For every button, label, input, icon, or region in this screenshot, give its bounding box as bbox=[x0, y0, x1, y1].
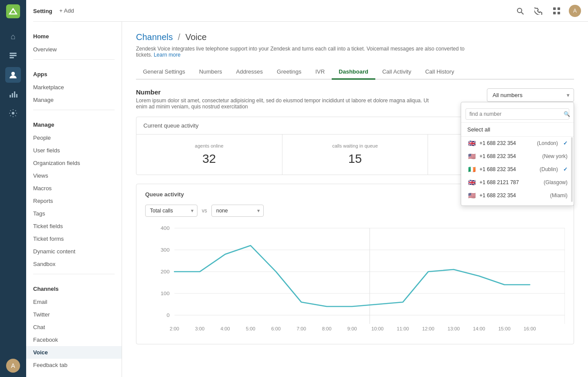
phone-icon[interactable] bbox=[532, 5, 544, 17]
svg-text:300: 300 bbox=[160, 247, 170, 252]
sidebar-item-reports[interactable]: Reports bbox=[26, 195, 122, 207]
all-numbers-trigger[interactable]: All numbers bbox=[487, 88, 574, 102]
sidebar-item-sandbox[interactable]: Sandbox bbox=[26, 258, 122, 270]
sidebar-item-dynamic-content[interactable]: Dynamic content bbox=[26, 245, 122, 258]
stat-agents-online: agents online 32 bbox=[136, 135, 282, 175]
dropdown-trigger-label: All numbers bbox=[493, 92, 523, 98]
sidebar-item-ticket-fields[interactable]: Ticket fields bbox=[26, 220, 122, 232]
tab-call-history[interactable]: Call History bbox=[418, 65, 461, 80]
tab-general-settings[interactable]: General Settings bbox=[136, 65, 192, 80]
queue-controls: Total calls vs none bbox=[145, 205, 565, 217]
dropdown-item-miami[interactable]: 🇺🇸 +1 688 232 354 (Miami) bbox=[461, 189, 574, 202]
nav-bar: ⌂ A bbox=[0, 0, 26, 377]
svg-text:4:00: 4:00 bbox=[221, 327, 230, 331]
loc-dublin: (Dublin) bbox=[540, 166, 558, 172]
sidebar-item-email[interactable]: Email bbox=[26, 296, 122, 308]
number-section-header: Number Lorem ipsum dolor sit amet, conse… bbox=[136, 88, 574, 110]
sidebar-item-ticket-forms[interactable]: Ticket forms bbox=[26, 232, 122, 245]
svg-rect-5 bbox=[10, 95, 11, 98]
sidebar-item-user-fields[interactable]: User fields bbox=[26, 144, 122, 157]
dropdown-item-newyork[interactable]: 🇺🇸 +1 688 232 354 (New york) bbox=[461, 150, 574, 163]
svg-rect-13 bbox=[557, 7, 560, 10]
reports-nav-icon[interactable] bbox=[5, 86, 21, 102]
sidebar-item-marketplace[interactable]: Marketplace bbox=[26, 81, 122, 94]
chart-container: 400 300 200 100 0 2:00 3:00 4:00 5:00 6:… bbox=[145, 224, 565, 337]
tab-greetings[interactable]: Greetings bbox=[270, 65, 308, 80]
home-nav-icon[interactable]: ⌂ bbox=[5, 29, 21, 44]
settings-nav-icon[interactable] bbox=[5, 105, 21, 121]
total-calls-select[interactable]: Total calls bbox=[145, 205, 197, 217]
select2-label: none bbox=[216, 208, 228, 214]
learn-more-link[interactable]: Learn more bbox=[154, 52, 180, 58]
check-london: ✓ bbox=[563, 140, 568, 146]
stat-agents-label: agents online bbox=[147, 143, 272, 148]
svg-rect-2 bbox=[10, 55, 17, 56]
people-nav-icon[interactable] bbox=[5, 67, 21, 83]
tab-ivr[interactable]: IVR bbox=[308, 65, 332, 80]
sidebar-item-manage[interactable]: Manage bbox=[26, 94, 122, 106]
select1-label: Total calls bbox=[150, 208, 173, 214]
tab-numbers[interactable]: Numbers bbox=[192, 65, 229, 80]
nav-avatar[interactable]: A bbox=[6, 359, 20, 373]
sidebar-item-tags[interactable]: Tags bbox=[26, 207, 122, 220]
loc-london: (London) bbox=[537, 140, 558, 146]
sidebar-item-feedback-tab[interactable]: Feedback tab bbox=[26, 359, 122, 371]
tickets-nav-icon[interactable] bbox=[5, 48, 21, 64]
loc-miami: (Miami) bbox=[550, 192, 568, 199]
tabs-bar: General Settings Numbers Addresses Greet… bbox=[136, 65, 574, 80]
svg-line-11 bbox=[521, 12, 523, 14]
svg-point-9 bbox=[12, 112, 14, 114]
dropdown-item-london[interactable]: 🇬🇧 +1 688 232 354 (London) ✓ bbox=[461, 137, 574, 150]
sidebar-item-macros[interactable]: Macros bbox=[26, 182, 122, 195]
tab-call-activity[interactable]: Call Activity bbox=[375, 65, 418, 80]
dropdown-search-container: 🔍 bbox=[461, 106, 574, 123]
comparison-select[interactable]: none bbox=[211, 205, 264, 217]
sidebar-item-facebook[interactable]: Facebook bbox=[26, 333, 122, 346]
page-description: Zendesk Voice integrates live telephone … bbox=[136, 46, 476, 58]
sidebar-item-views[interactable]: Views bbox=[26, 169, 122, 182]
home-section-label: Home bbox=[26, 25, 122, 43]
svg-text:6:00: 6:00 bbox=[271, 327, 281, 331]
channels-section-label: Channels bbox=[26, 278, 122, 296]
svg-point-10 bbox=[517, 8, 522, 13]
svg-text:2:00: 2:00 bbox=[170, 327, 179, 331]
phone-london: +1 688 232 354 bbox=[479, 140, 534, 146]
loc-glasgow: (Glasgow) bbox=[544, 179, 568, 185]
flag-us-1: 🇺🇸 bbox=[467, 153, 476, 159]
search-icon[interactable] bbox=[514, 5, 526, 17]
sidebar-item-overview[interactable]: Overview bbox=[26, 43, 122, 56]
svg-text:200: 200 bbox=[160, 269, 170, 274]
phone-miami: +1 688 232 354 bbox=[479, 192, 547, 199]
svg-text:100: 100 bbox=[160, 291, 170, 296]
breadcrumb: Channels / Voice bbox=[136, 32, 574, 42]
apps-section-label: Apps bbox=[26, 63, 122, 81]
tab-addresses[interactable]: Addresses bbox=[229, 65, 270, 80]
grid-icon[interactable] bbox=[551, 5, 563, 17]
number-section-desc: Lorem ipsum dolor sit amet, consectetur … bbox=[136, 98, 432, 110]
svg-text:3:00: 3:00 bbox=[195, 327, 205, 331]
svg-text:10:00: 10:00 bbox=[371, 327, 384, 331]
svg-text:7:00: 7:00 bbox=[296, 327, 306, 331]
sidebar-item-twitter[interactable]: Twitter bbox=[26, 308, 122, 321]
search-input[interactable] bbox=[466, 108, 569, 120]
svg-text:8:00: 8:00 bbox=[322, 327, 332, 331]
phone-newyork: +1 688 232 354 bbox=[479, 153, 539, 159]
dropdown-item-glasgow[interactable]: 🇬🇧 +1 688 2121 787 (Glasgow) bbox=[461, 176, 574, 189]
user-avatar[interactable]: A bbox=[569, 5, 581, 17]
tab-dashboard[interactable]: Dashboard bbox=[332, 65, 375, 80]
sidebar: Settings Home Overview Apps Marketplace … bbox=[26, 0, 122, 377]
svg-rect-12 bbox=[553, 7, 556, 10]
sidebar-item-chat[interactable]: Chat bbox=[26, 321, 122, 333]
sidebar-item-people[interactable]: People bbox=[26, 131, 122, 144]
add-button[interactable]: + Add bbox=[59, 7, 74, 14]
dropdown-scrollbar bbox=[571, 137, 573, 202]
sidebar-item-org-fields[interactable]: Organization fields bbox=[26, 157, 122, 169]
stat-calls-waiting: calls waiting in queue 15 bbox=[282, 135, 428, 175]
svg-text:5:00: 5:00 bbox=[246, 327, 255, 331]
phone-glasgow: +1 688 2121 787 bbox=[479, 179, 540, 185]
select-all-option[interactable]: Select all bbox=[461, 123, 574, 137]
breadcrumb-channels[interactable]: Channels bbox=[136, 32, 173, 42]
flag-uk-2: 🇬🇧 bbox=[467, 179, 476, 185]
dropdown-item-dublin[interactable]: 🇮🇪 +1 688 232 354 (Dublin) ✓ bbox=[461, 163, 574, 176]
sidebar-item-voice[interactable]: Voice bbox=[26, 346, 122, 359]
